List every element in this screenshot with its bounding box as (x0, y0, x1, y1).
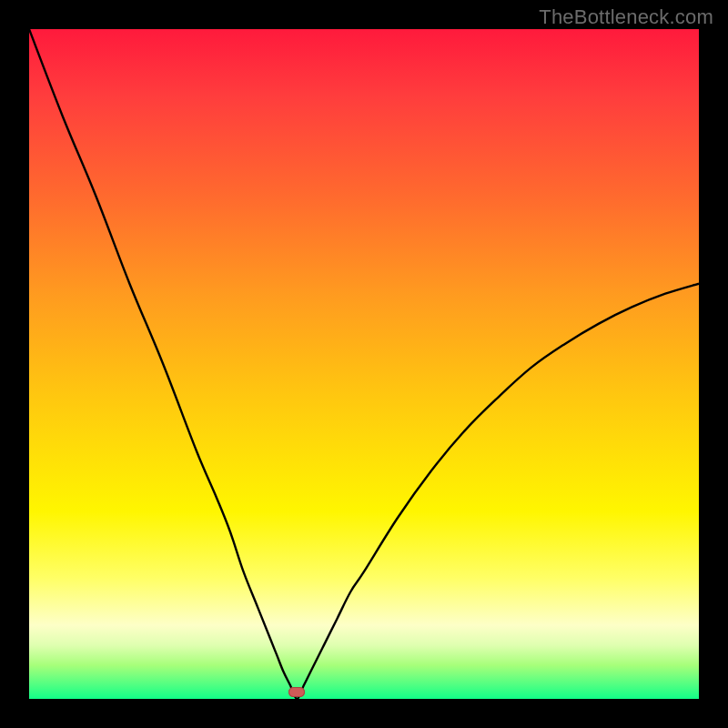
curve-path (29, 29, 699, 699)
optimal-point-marker (288, 687, 305, 697)
plot-area (29, 29, 699, 699)
watermark-text: TheBottleneck.com (539, 5, 713, 29)
chart-frame: TheBottleneck.com (0, 0, 728, 728)
bottleneck-curve (29, 29, 699, 699)
